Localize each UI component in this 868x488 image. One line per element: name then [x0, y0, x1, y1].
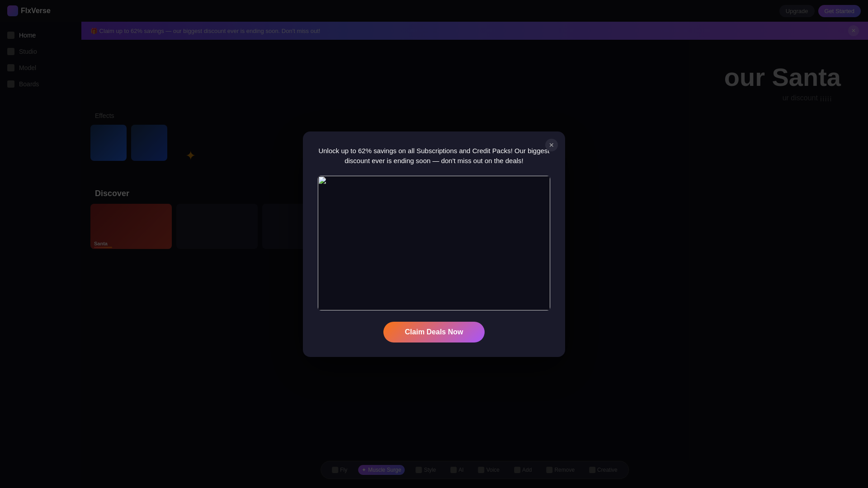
modal-close-button[interactable]: ✕: [545, 139, 558, 151]
claim-deals-button[interactable]: Claim Deals Now: [383, 322, 485, 343]
modal-image-content: [318, 176, 550, 310]
modal-image: [317, 175, 551, 311]
modal-headline: Unlock up to 62% savings on all Subscrip…: [317, 146, 551, 166]
deals-modal: ✕ Unlock up to 62% savings on all Subscr…: [303, 131, 565, 357]
close-icon: ✕: [549, 141, 554, 149]
modal-overlay: ✕ Unlock up to 62% savings on all Subscr…: [0, 0, 868, 488]
